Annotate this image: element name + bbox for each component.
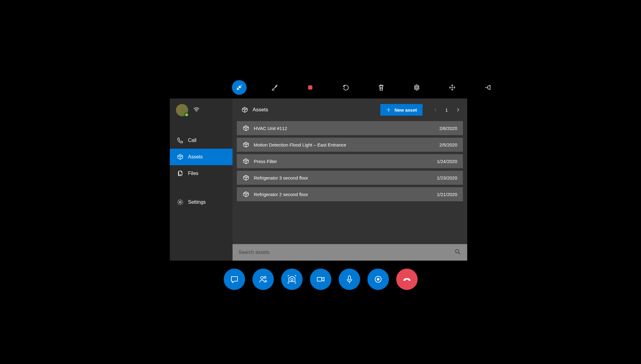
box-icon <box>242 174 250 181</box>
annotation-toolbar <box>232 80 495 95</box>
box-icon <box>177 154 184 160</box>
svg-point-5 <box>196 111 197 112</box>
asset-date: 1/23/2020 <box>437 175 457 180</box>
sidebar-nav: Call Assets Files <box>170 132 233 210</box>
gear-icon <box>177 199 184 206</box>
svg-point-4 <box>416 87 417 88</box>
add-people-button[interactable] <box>252 269 274 290</box>
content-area: Assets New asset 1 <box>233 98 467 261</box>
profile-row <box>170 98 233 119</box>
svg-point-14 <box>377 278 379 281</box>
box-icon <box>242 158 250 165</box>
trash-button[interactable] <box>374 80 389 95</box>
asset-name: Refrigerator 3 second floor <box>254 175 433 180</box>
plus-icon <box>386 107 391 113</box>
sidebar-item-label: Call <box>188 138 197 143</box>
chat-button[interactable] <box>224 269 245 290</box>
asset-name: Motion Detection Flood Light – East Entr… <box>254 142 435 147</box>
page-title: Assets <box>253 107 268 113</box>
asset-row[interactable]: Refrigerator 2 second floor 1/21/2020 <box>237 187 463 201</box>
mic-icon <box>345 275 354 284</box>
main-panel: Call Assets Files <box>170 98 467 261</box>
camera-icon <box>287 275 296 284</box>
asset-row[interactable]: Refrigerator 3 second floor 1/23/2020 <box>237 171 463 185</box>
svg-point-6 <box>179 201 181 203</box>
undo-icon <box>342 84 349 91</box>
svg-point-7 <box>455 250 459 253</box>
call-icon <box>177 137 184 144</box>
svg-rect-1 <box>308 85 312 90</box>
content-header: Assets New asset 1 <box>233 98 467 121</box>
search-icon[interactable] <box>454 248 461 256</box>
asset-date: 1/24/2020 <box>437 159 457 164</box>
sidebar-item-label: Settings <box>188 199 206 205</box>
asset-date: 1/21/2020 <box>437 192 457 197</box>
add-people-icon <box>259 275 268 284</box>
svg-point-8 <box>260 277 263 279</box>
asset-row[interactable]: Motion Detection Flood Light – East Entr… <box>237 138 463 152</box>
svg-point-10 <box>291 279 293 281</box>
video-icon <box>316 275 325 284</box>
asset-name: Refrigerator 2 second floor <box>254 192 433 197</box>
sidebar-item-label: Assets <box>188 154 203 160</box>
search-bar <box>233 244 467 261</box>
move-button[interactable] <box>445 80 460 95</box>
new-asset-label: New asset <box>394 107 417 113</box>
sidebar: Call Assets Files <box>170 98 233 261</box>
pager: 1 <box>432 107 461 113</box>
mic-button[interactable] <box>339 269 360 290</box>
next-page-button[interactable] <box>455 107 461 113</box>
chat-icon <box>230 275 239 284</box>
pin-button[interactable] <box>480 80 495 95</box>
sidebar-item-assets[interactable]: Assets <box>170 149 233 165</box>
asset-row[interactable]: Press Filter 1/24/2020 <box>237 154 463 168</box>
record-button[interactable] <box>367 269 389 290</box>
ink-icon <box>271 84 278 91</box>
sidebar-item-files[interactable]: Files <box>170 165 233 182</box>
files-icon <box>177 170 184 177</box>
asset-date: 2/5/2020 <box>439 142 457 147</box>
new-asset-button[interactable]: New asset <box>380 104 422 116</box>
sidebar-item-label: Files <box>188 171 199 176</box>
minimize-button[interactable] <box>232 80 247 95</box>
video-button[interactable] <box>310 269 331 290</box>
avatar[interactable] <box>176 104 188 116</box>
chevron-left-icon <box>433 107 438 112</box>
trash-icon <box>378 84 385 91</box>
asset-name: HVAC Unit #112 <box>254 126 435 131</box>
page-number: 1 <box>444 107 449 113</box>
move-icon <box>449 84 456 91</box>
svg-rect-11 <box>317 277 322 281</box>
ink-button[interactable] <box>267 80 282 95</box>
sidebar-item-call[interactable]: Call <box>170 132 233 149</box>
search-input[interactable] <box>239 250 454 255</box>
asset-row[interactable]: HVAC Unit #112 2/6/2020 <box>237 121 463 135</box>
hangup-icon <box>402 275 412 284</box>
asset-date: 2/6/2020 <box>439 126 457 131</box>
hangup-button[interactable] <box>396 269 418 290</box>
wifi-icon <box>193 106 200 114</box>
chevron-right-icon <box>456 107 460 112</box>
undo-button[interactable] <box>338 80 353 95</box>
app-canvas: Call Assets Files <box>97 56 544 308</box>
target-icon <box>413 84 420 91</box>
box-icon <box>242 125 250 132</box>
stop-shape-button[interactable] <box>303 80 318 95</box>
box-icon <box>242 141 250 148</box>
box-icon <box>241 106 248 113</box>
asset-name: Press Filter <box>254 159 433 164</box>
asset-list: HVAC Unit #112 2/6/2020 Motion Detection… <box>233 121 467 201</box>
minimize-icon <box>236 84 243 91</box>
sidebar-item-settings[interactable]: Settings <box>170 194 233 210</box>
stop-shape-icon <box>307 84 314 91</box>
presence-available-icon <box>184 113 189 117</box>
prev-page-button[interactable] <box>432 107 438 113</box>
target-button[interactable] <box>409 80 424 95</box>
record-icon <box>374 275 383 284</box>
svg-rect-12 <box>348 276 351 280</box>
call-controls <box>97 269 544 290</box>
snapshot-button[interactable] <box>281 269 303 290</box>
svg-point-9 <box>264 277 266 278</box>
box-icon <box>242 191 250 198</box>
pin-icon <box>484 84 491 91</box>
